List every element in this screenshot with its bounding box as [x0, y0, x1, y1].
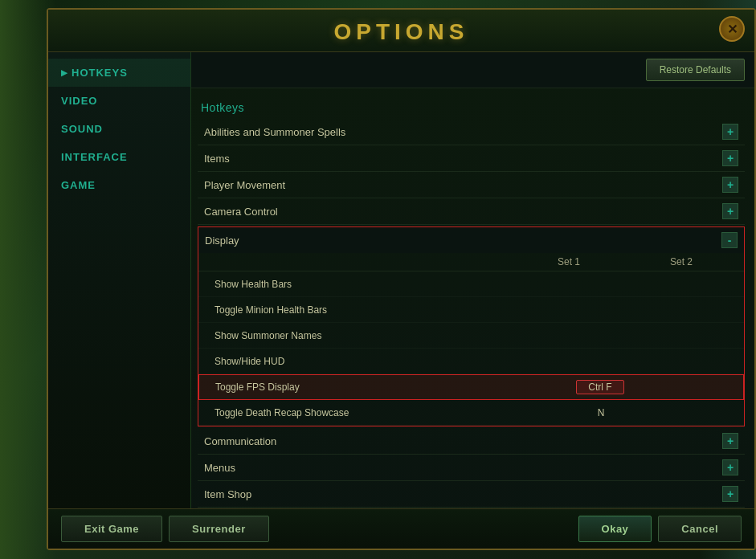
category-label-item-shop: Item Shop [204, 488, 251, 500]
main-content: Restore Defaults Hotkeys Abilities and S… [191, 52, 754, 508]
dialog-header: OPTIONS ✕ [48, 10, 754, 52]
sidebar-label-hotkeys: HOTKEYS [72, 67, 128, 79]
col-set1: Set 1 [513, 256, 625, 267]
sidebar-item-hotkeys[interactable]: ▶ HOTKEYS [48, 59, 190, 87]
row-set1-toggle-death-recap: N [545, 407, 657, 418]
keybind-toggle-fps-set1: Ctrl F [576, 380, 624, 394]
row-label-show-hide-hud: Show/Hide HUD [215, 356, 545, 367]
surrender-button[interactable]: Surrender [169, 516, 269, 542]
row-toggle-death-recap[interactable]: Toggle Death Recap Showcase N [198, 400, 744, 426]
restore-defaults-button[interactable]: Restore Defaults [646, 59, 745, 81]
category-row-item-shop: Item Shop + [198, 481, 745, 508]
content-toolbar: Restore Defaults [191, 52, 754, 88]
row-label-show-health-bars: Show Health Bars [215, 279, 545, 290]
expand-items-button[interactable]: + [722, 150, 738, 166]
sidebar-item-game[interactable]: GAME [48, 171, 190, 199]
expand-communication-button[interactable]: + [722, 433, 738, 449]
row-label-toggle-minion: Toggle Minion Health Bars [215, 304, 545, 316]
row-label-toggle-fps: Toggle FPS Display [215, 382, 544, 393]
category-label-movement: Player Movement [204, 179, 285, 191]
sidebar-label-video: VIDEO [61, 95, 97, 107]
section-label-hotkeys: Hotkeys [198, 95, 745, 119]
category-label-items: Items [204, 153, 230, 165]
footer-left: Exit Game Surrender [61, 516, 269, 542]
category-label-camera: Camera Control [204, 206, 278, 218]
cancel-button[interactable]: Cancel [658, 516, 742, 542]
row-label-show-summoner: Show Summoner Names [215, 330, 545, 341]
category-row-items: Items + [198, 145, 745, 172]
category-row-movement: Player Movement + [198, 172, 745, 198]
table-header-row: Set 1 Set 2 [198, 253, 744, 271]
category-row-menus: Menus + [198, 455, 745, 481]
row-show-hide-hud[interactable]: Show/Hide HUD [198, 349, 744, 374]
row-toggle-minion[interactable]: Toggle Minion Health Bars [198, 297, 744, 323]
expand-item-shop-button[interactable]: + [722, 486, 738, 502]
category-row-camera: Camera Control + [198, 198, 745, 225]
row-set1-toggle-fps: Ctrl F [544, 380, 656, 394]
category-label-communication: Communication [204, 435, 276, 447]
sidebar-arrow-hotkeys: ▶ [61, 68, 68, 77]
expand-menus-button[interactable]: + [722, 459, 738, 475]
row-show-summoner[interactable]: Show Summoner Names [198, 323, 744, 349]
dialog-footer: Exit Game Surrender Okay Cancel [48, 508, 754, 549]
content-scroll[interactable]: Hotkeys Abilities and Summoner Spells + … [191, 88, 754, 508]
category-row-abilities: Abilities and Summoner Spells + [198, 119, 745, 145]
expand-movement-button[interactable]: + [722, 177, 738, 193]
close-button[interactable]: ✕ [719, 16, 745, 42]
row-show-health-bars[interactable]: Show Health Bars [198, 271, 744, 297]
expand-abilities-button[interactable]: + [722, 124, 738, 140]
okay-button[interactable]: Okay [578, 516, 652, 542]
footer-right: Okay Cancel [578, 516, 742, 542]
col-set2: Set 2 [625, 256, 738, 267]
sidebar: ▶ HOTKEYS VIDEO SOUND INTERFACE GAME [48, 52, 191, 508]
col-action [205, 256, 513, 267]
display-section: Display - Set 1 Set 2 Show Health Bars [198, 226, 745, 426]
category-label-abilities: Abilities and Summoner Spells [204, 126, 345, 138]
sidebar-item-interface[interactable]: INTERFACE [48, 143, 190, 171]
display-label: Display [205, 235, 239, 247]
row-label-toggle-death-recap: Toggle Death Recap Showcase [215, 407, 545, 418]
exit-game-button[interactable]: Exit Game [61, 516, 162, 542]
row-toggle-fps[interactable]: Toggle FPS Display Ctrl F [198, 374, 744, 400]
collapse-display-button[interactable]: - [721, 232, 738, 248]
category-row-communication: Communication + [198, 428, 745, 455]
category-label-menus: Menus [204, 462, 235, 474]
sidebar-item-sound[interactable]: SOUND [48, 115, 190, 143]
dialog-title: OPTIONS [333, 19, 468, 44]
display-header: Display - [198, 227, 744, 253]
sidebar-label-game: GAME [61, 179, 96, 191]
sidebar-item-video[interactable]: VIDEO [48, 87, 190, 115]
sidebar-label-sound: SOUND [61, 123, 103, 135]
display-table: Set 1 Set 2 Show Health Bars Toggle Mini… [198, 253, 744, 426]
options-dialog: OPTIONS ✕ ▶ HOTKEYS VIDEO SOUND INTERFAC… [47, 8, 756, 550]
sidebar-label-interface: INTERFACE [61, 151, 128, 163]
expand-camera-button[interactable]: + [722, 203, 738, 219]
dialog-body: ▶ HOTKEYS VIDEO SOUND INTERFACE GAME Res… [48, 52, 754, 508]
